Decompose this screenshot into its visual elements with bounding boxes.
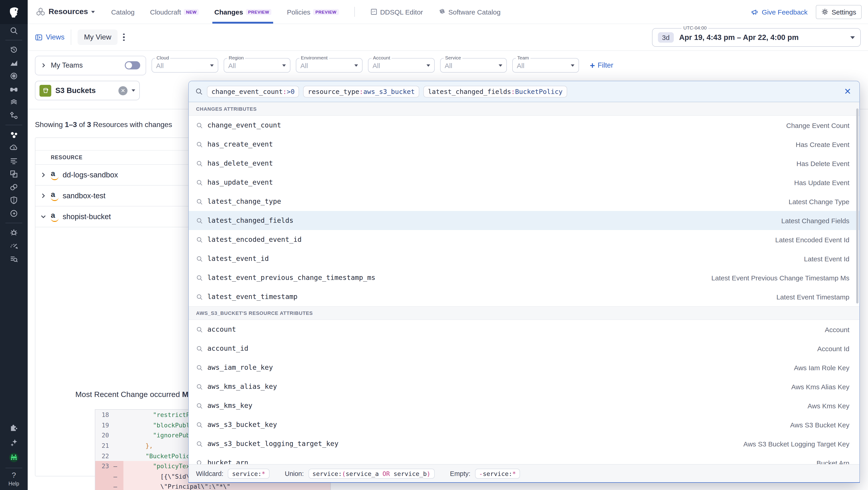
attribute-option[interactable]: latest_event_timestampLatest Event Times… (189, 287, 859, 306)
synthetics-link-icon[interactable] (0, 181, 28, 194)
facet-select-environment[interactable]: EnvironmentAll (296, 58, 363, 72)
attribute-display-label: Latest Event Timestamp (776, 293, 849, 301)
llm-sparkle-icon[interactable] (0, 207, 28, 220)
attribute-option[interactable]: has_delete_eventHas Delete Event (189, 154, 859, 173)
code-text: \"Principal\":\"*\" (123, 483, 230, 490)
attribute-option[interactable]: latest_event_idLatest Event Id (189, 249, 859, 268)
attribute-option[interactable]: aws_s3_bucket_logging_target_keyAws S3 B… (189, 434, 859, 453)
my-teams-toggle[interactable] (125, 61, 140, 69)
attribute-option[interactable]: aws_s3_bucket_keyAws S3 Bucket Key (189, 415, 859, 434)
watchdog-binoculars-icon[interactable] (0, 83, 28, 96)
help-button[interactable]: ? Help (0, 471, 28, 486)
security-shield-icon[interactable] (0, 194, 28, 207)
attribute-display-label: Account (825, 326, 849, 333)
datadog-logo[interactable] (0, 0, 28, 24)
close-icon[interactable]: ✕ (842, 86, 853, 97)
attribute-display-label: Latest Changed Fields (781, 217, 849, 224)
view-options-menu[interactable] (123, 34, 125, 41)
attribute-option[interactable]: account_idAccount Id (189, 339, 859, 358)
integrations-puzzle-icon[interactable] (0, 420, 28, 435)
time-range-picker[interactable]: UTC-04:00 3d Apr 19, 4:43 pm – Apr 22, 4… (652, 28, 861, 47)
attribute-option[interactable]: latest_event_previous_change_timestamp_m… (189, 268, 859, 287)
attribute-option[interactable]: aws_iam_role_keyAws Iam Role Key (189, 358, 859, 377)
service-catalog-layers-icon[interactable] (0, 96, 28, 109)
megaphone-icon (751, 8, 758, 16)
resource-type-label: S3 Buckets (55, 86, 96, 95)
attribute-option[interactable]: change_event_countChange Event Count (189, 116, 859, 135)
infrastructure-hexagons-icon[interactable] (0, 128, 28, 141)
facet-label: Account (372, 55, 392, 60)
search-icon (196, 217, 203, 224)
query-token[interactable]: latest_changed_fields:BucketPolicy (423, 86, 567, 97)
chevron-right-icon[interactable] (35, 172, 51, 178)
attribute-display-label: Latest Encoded Event Id (775, 236, 849, 243)
ci-windows-icon[interactable] (0, 167, 28, 181)
attribute-option[interactable]: latest_encoded_event_idLatest Encoded Ev… (189, 230, 859, 249)
error-bug-icon[interactable] (0, 226, 28, 239)
clear-filter-icon[interactable]: ✕ (118, 86, 127, 95)
tab-policies[interactable]: PoliciesPREVIEW (287, 0, 339, 24)
search-input[interactable]: change_event_count:>0resource_type:aws_s… (189, 81, 859, 102)
preview-badge: PREVIEW (313, 9, 339, 15)
metrics-icon[interactable] (0, 56, 28, 69)
profiling-gauge-icon[interactable] (0, 239, 28, 252)
resource-type-selector[interactable]: S3 Buckets ✕ (35, 81, 140, 100)
tab-ddsql-editor[interactable]: >*DDSQL Editor (370, 0, 423, 24)
nav-divider (354, 7, 354, 17)
tab-changes[interactable]: ChangesPREVIEW (214, 0, 272, 24)
svg-text:$: $ (13, 146, 15, 150)
my-teams-filter[interactable]: My Teams (35, 56, 146, 75)
attribute-name: latest_event_id (207, 254, 269, 263)
token-key: change_event_count (212, 88, 283, 95)
line-number: 22 (95, 452, 114, 459)
search-icon (196, 364, 203, 371)
facet-select-region[interactable]: RegionAll (224, 58, 290, 72)
attribute-option[interactable]: latest_changed_fieldsLatest Changed Fiel… (189, 211, 859, 230)
attribute-display-label: Change Event Count (786, 121, 849, 129)
search-icon (196, 236, 203, 243)
user-avatar-icon[interactable] (0, 450, 28, 465)
attribute-display-label: Aws S3 Bucket Logging Target Key (743, 440, 849, 448)
history-icon[interactable] (0, 43, 28, 56)
attribute-option[interactable]: aws_kms_keyAws Kms Key (189, 396, 859, 415)
apm-target-icon[interactable] (0, 69, 28, 83)
resources-app-switcher[interactable]: Resources (36, 7, 95, 17)
token-colon: : (283, 88, 286, 95)
ai-sparkles-icon[interactable] (0, 435, 28, 450)
tab-software-catalog[interactable]: Software Catalog (438, 0, 500, 24)
attribute-option[interactable]: has_update_eventHas Update Event (189, 173, 859, 192)
attribute-name: aws_iam_role_key (207, 363, 273, 372)
tab-cloudcraft[interactable]: CloudcraftNEW (150, 0, 199, 24)
attribute-option[interactable]: latest_change_typeLatest Change Type (189, 192, 859, 211)
current-view-tab[interactable]: My View (78, 30, 118, 45)
query-token[interactable]: change_event_count:>0 (207, 86, 299, 97)
search-icon (196, 160, 203, 167)
facet-select-account[interactable]: AccountAll (368, 58, 435, 72)
workflow-icon[interactable] (0, 109, 28, 122)
attribute-option[interactable]: aws_kms_alias_keyAws Kms Alias Key (189, 377, 859, 396)
audit-list-search-icon[interactable] (0, 252, 28, 266)
facet-select-service[interactable]: ServiceAll (440, 58, 507, 72)
scrollbar-thumb[interactable] (856, 109, 859, 304)
resource-name: dd-logs-sandbox (63, 171, 118, 179)
cloud-cost-icon[interactable]: $ (0, 141, 28, 154)
add-filter-button[interactable]: + Filter (590, 61, 613, 70)
search-icon (196, 326, 203, 333)
query-token[interactable]: resource_type:aws_s3_bucket (303, 86, 419, 97)
datadog-dog-icon (7, 5, 21, 19)
attribute-option[interactable]: accountAccount (189, 320, 859, 339)
attribute-name: has_delete_event (207, 159, 273, 167)
facet-select-team[interactable]: TeamAll (512, 58, 579, 72)
views-button[interactable]: Views (35, 33, 64, 41)
give-feedback-link[interactable]: Give Feedback (751, 8, 808, 16)
facet-select-cloud[interactable]: CloudAll (152, 58, 218, 72)
search-icon[interactable] (0, 24, 28, 37)
logs-icon[interactable] (0, 154, 28, 167)
attribute-option[interactable]: has_create_eventHas Create Event (189, 135, 859, 154)
facet-value: All (517, 61, 524, 69)
chevron-right-icon[interactable] (35, 193, 51, 199)
tab-catalog[interactable]: Catalog (111, 0, 134, 24)
settings-button[interactable]: Settings (816, 5, 862, 19)
chevron-down-icon[interactable] (35, 214, 51, 220)
code-gutter: 23— (95, 461, 123, 471)
